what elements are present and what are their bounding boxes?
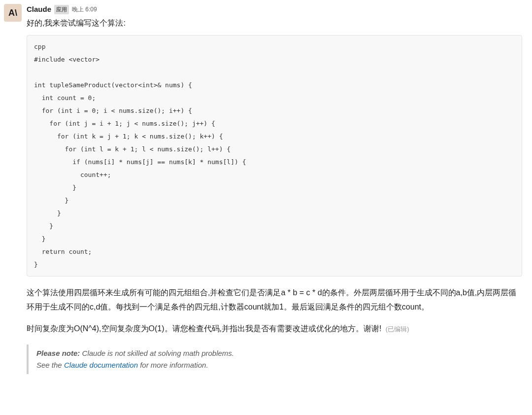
note-line-2: See the Claude documentation for more in… [36,359,522,371]
message-body: 好的,我来尝试编写这个算法: cpp #include <vector> int… [27,17,522,375]
documentation-link[interactable]: Claude documentation [64,361,138,369]
intro-text: 好的,我来尝试编写这个算法: [27,17,522,29]
message-container: A\ Claude 应用 晚上 6:09 好的,我来尝试编写这个算法: cpp … [4,4,522,374]
code-block[interactable]: cpp #include <vector> int tupleSameProdu… [27,35,522,277]
note-prefix: See the [36,361,64,369]
note-label: Please note: [36,349,80,357]
complexity-body: 时间复杂度为O(N^4),空间复杂度为O(1)。请您检查代码,并指出我是否有需要… [27,324,381,333]
note-text-1: Claude is not skilled at solving math pr… [80,349,234,357]
explanation-text: 这个算法使用四层循环来生成所有可能的四元组组合,并检查它们是否满足a * b =… [27,285,522,314]
message-content: Claude 应用 晚上 6:09 好的,我来尝试编写这个算法: cpp #in… [27,4,522,374]
note-block: Please note: Claude is not skilled at so… [27,345,522,374]
complexity-text: 时间复杂度为O(N^4),空间复杂度为O(1)。请您检查代码,并指出我是否有需要… [27,321,522,336]
edited-label: (已编辑) [386,325,409,333]
message-header: Claude 应用 晚上 6:09 [27,4,522,15]
timestamp[interactable]: 晚上 6:09 [72,5,97,14]
avatar[interactable]: A\ [4,4,22,22]
app-badge: 应用 [54,5,69,14]
author-name[interactable]: Claude [27,4,51,15]
note-line-1: Please note: Claude is not skilled at so… [36,347,522,359]
note-suffix: for more information. [138,361,208,369]
